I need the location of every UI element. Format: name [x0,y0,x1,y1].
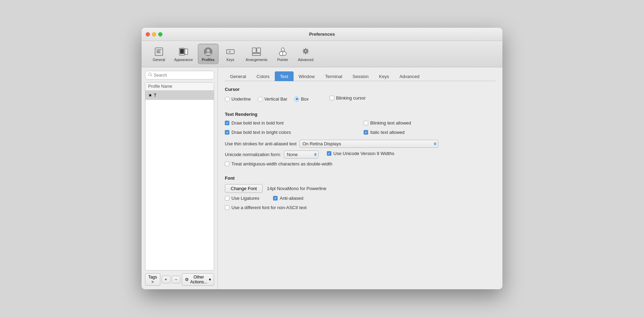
bold-bright-item[interactable]: ✓ Draw bold text in bright colors [225,130,357,135]
anti-aliased-checkbox: ✓ [273,196,278,200]
thin-strokes-dropdown[interactable]: On Retina Displays [299,140,438,148]
tab-advanced[interactable]: Advanced [394,71,425,81]
radio-underline-circle [225,97,230,102]
traffic-lights [146,32,162,36]
blinking-cursor-item[interactable]: Blinking cursor [330,95,366,101]
unicode-v9-checkbox: ✓ [327,151,331,156]
close-button[interactable] [146,32,150,36]
unicode-norm-row: Unicode normalization form: None ✓ Use U… [225,151,495,158]
add-profile-button[interactable]: + [162,276,170,283]
svg-rect-13 [252,53,261,55]
tab-general[interactable]: General [225,71,251,81]
unicode-v9-checkmark: ✓ [328,152,330,155]
other-actions-label: Other Actions... [190,275,208,284]
arrangements-icon [251,46,262,57]
toolbar-item-keys[interactable]: ⌘ Keys [220,44,241,64]
arrow-down [434,144,437,145]
unicode-norm-value: None [287,152,298,157]
profile-name: T [154,93,156,98]
cursor-vbar-label: Vertical Bar [264,96,287,102]
toolbar-label-pointer: Pointer [277,58,288,62]
cursor-underline[interactable]: Underline [225,96,251,102]
cursor-box[interactable]: Box [294,96,308,102]
toolbar-item-appearance[interactable]: Appearance [171,44,196,64]
font-section: Font Change Font 14pt NovaMono for Power… [225,175,495,212]
tags-button[interactable]: Tags > [145,273,160,286]
italic-text-checkmark: ✓ [365,131,367,134]
use-ligatures-checkbox [225,196,229,200]
cursor-vertical-bar[interactable]: Vertical Bar [258,96,287,102]
unicode-norm-label: Unicode normalization form: [225,152,281,157]
maximize-button[interactable] [158,32,162,36]
cursor-section-title: Cursor [225,87,495,92]
different-font-item[interactable]: Use a different font for non-ASCII text [225,205,495,210]
search-icon [148,72,152,78]
tab-session[interactable]: Session [347,71,374,81]
use-ligatures-item[interactable]: Use Ligatures [225,196,259,201]
unicode-norm-dropdown[interactable]: None [284,151,319,158]
search-box[interactable] [145,71,214,79]
titlebar: Preferences [142,28,502,41]
tab-colors[interactable]: Colors [251,71,275,81]
bold-font-item[interactable]: ✓ Draw bold text in bold font [225,120,357,126]
thin-strokes-value: On Retina Displays [303,141,341,146]
preferences-window: Preferences General A [142,28,502,289]
toolbar-item-arrangements[interactable]: Arrangements [242,44,271,64]
toolbar-label-arrangements: Arrangements [246,58,268,62]
blinking-text-label: Blinking text allowed [370,120,411,126]
thin-strokes-label: Use thin strokes for anti-aliased text [225,141,297,146]
sidebar-bottom: Tags > + − ⚙ Other Actions... ▾ [145,271,214,286]
treat-ambiguous-checkbox [225,162,229,166]
blinking-text-item[interactable]: Blinking text allowed [364,120,495,126]
appearance-icon [178,46,189,57]
svg-rect-2 [156,51,160,52]
svg-rect-1 [156,50,161,50]
use-ligatures-label: Use Ligatures [231,196,259,201]
bold-bright-label: Draw bold text in bright colors [231,130,291,135]
advanced-icon [300,46,311,57]
profiles-icon [203,46,214,57]
radio-vbar-circle [258,97,263,102]
thin-strokes-row: Use thin strokes for anti-aliased text O… [225,140,495,148]
treat-ambiguous-item[interactable]: Treat ambiguous-width characters as doub… [225,161,495,166]
svg-rect-11 [252,48,256,53]
font-name-display: 14pt NovaMono for Powerline [267,186,326,191]
remove-profile-button[interactable]: − [172,276,180,283]
toolbar-item-profiles[interactable]: Profiles [198,44,219,64]
tab-window[interactable]: Window [294,71,320,81]
toolbar-item-pointer[interactable]: Pointer [272,44,293,64]
sidebar: Profile Name ★ T Tags > + − ⚙ Other Acti… [142,67,218,289]
blinking-text-checkbox [364,121,368,125]
arrow-down2 [314,155,317,156]
italic-text-item[interactable]: ✓ Italic text allowed [364,130,495,135]
unicode-v9-item[interactable]: ✓ Use Unicode Version 9 Widths [327,151,395,156]
bold-bright-checkmark: ✓ [226,131,229,134]
toolbar-label-appearance: Appearance [174,58,193,62]
tab-terminal[interactable]: Terminal [320,71,347,81]
minimize-button[interactable] [152,32,156,36]
other-actions-dropdown-arrow: ▾ [209,277,211,282]
bold-font-checkbox: ✓ [225,121,229,125]
toolbar-item-advanced[interactable]: Advanced [295,44,317,64]
svg-point-8 [207,49,210,52]
anti-aliased-checkmark: ✓ [274,197,277,200]
change-font-button[interactable]: Change Font [225,184,263,193]
content-area: Profile Name ★ T Tags > + − ⚙ Other Acti… [142,67,502,289]
svg-rect-5 [180,49,184,54]
tab-text[interactable]: Text [275,71,294,81]
arrow-up [434,142,437,144]
anti-aliased-item[interactable]: ✓ Anti-aliased [273,196,303,201]
toolbar-item-general[interactable]: General [149,44,169,64]
other-actions-button[interactable]: ⚙ Other Actions... ▾ [182,273,214,286]
profile-list-header: Profile Name [145,83,214,91]
italic-text-checkbox: ✓ [364,130,368,135]
tab-keys[interactable]: Keys [374,71,394,81]
bold-font-checkmark: ✓ [226,121,229,125]
unicode-v9-label: Use Unicode Version 9 Widths [333,151,395,156]
cursor-box-label: Box [301,96,308,102]
search-input[interactable] [154,73,211,78]
list-item[interactable]: ★ T [145,91,214,100]
font-section-title: Font [225,175,495,181]
anti-aliased-label: Anti-aliased [280,196,303,201]
window-title: Preferences [309,32,335,37]
